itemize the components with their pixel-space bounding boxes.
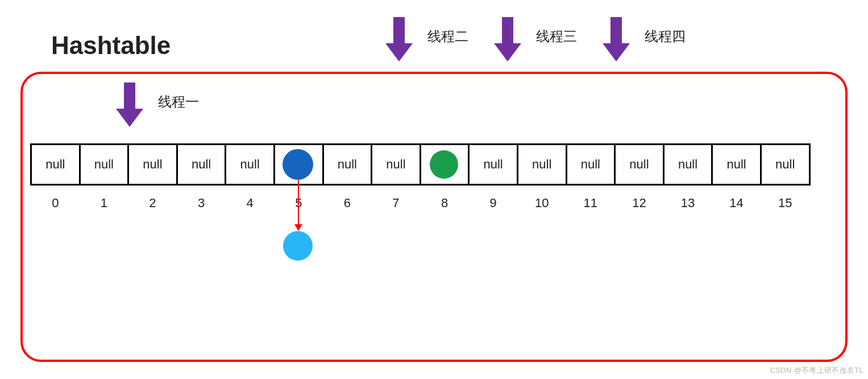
bucket-cell: null (176, 143, 227, 186)
bucket-cell: null (127, 143, 178, 186)
bucket-index: 0 (30, 192, 81, 211)
node-circle-icon (283, 231, 313, 261)
bucket-index: 3 (176, 192, 227, 211)
bucket-index: 1 (79, 192, 130, 211)
bucket-cell: null (760, 143, 811, 186)
bucket-indices: 0 1 2 3 4 5 6 7 8 9 10 11 12 13 14 15 (30, 192, 811, 211)
bucket-cell: null (371, 143, 421, 186)
bucket-cell: null (663, 143, 713, 186)
thread-three-label: 线程三 (536, 27, 577, 46)
bucket-index: 9 (468, 192, 518, 211)
thread-two-label: 线程二 (427, 27, 468, 46)
bucket-cell: null (517, 143, 567, 186)
bucket-cell: null (711, 143, 762, 186)
bucket-cell: null (79, 143, 130, 186)
hashtable-container (20, 72, 848, 362)
node-circle-icon (430, 150, 458, 179)
thread-one-label: 线程一 (158, 93, 199, 111)
watermark-text: CSDN @不考上研不改名TL (770, 365, 863, 376)
bucket-index: 7 (371, 192, 421, 211)
bucket-index: 14 (711, 192, 762, 211)
thread-four-label: 线程四 (645, 27, 686, 46)
bucket-index: 2 (127, 192, 178, 211)
thread-three-arrow-icon (497, 17, 518, 44)
bucket-cell: null (566, 143, 616, 186)
bucket-cell: null (468, 143, 518, 186)
bucket-index: 6 (322, 192, 373, 211)
bucket-index: 8 (420, 192, 470, 211)
thread-four-arrow-icon (606, 17, 626, 44)
bucket-cell: null (322, 143, 373, 186)
bucket-index: 12 (614, 192, 665, 211)
diagram-title: Hashtable (51, 31, 171, 60)
bucket-array: null null null null null null null null … (30, 143, 811, 186)
bucket-index: 13 (663, 192, 713, 211)
chain-link-arrow-icon (298, 180, 299, 230)
bucket-cell: null (30, 143, 81, 186)
bucket-cell: null (614, 143, 665, 186)
bucket-index: 10 (517, 192, 567, 211)
thread-one-arrow-icon (119, 83, 140, 110)
bucket-index: 15 (760, 192, 811, 211)
bucket-index: 4 (225, 192, 275, 211)
bucket-cell: null (225, 143, 275, 186)
bucket-index: 11 (566, 192, 616, 211)
node-circle-icon (283, 149, 313, 180)
thread-two-arrow-icon (389, 17, 409, 44)
